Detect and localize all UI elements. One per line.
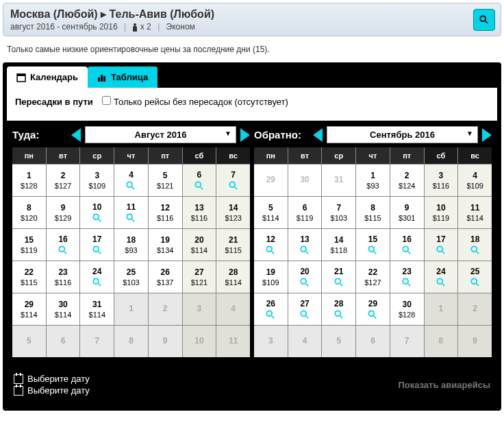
date-cell[interactable]: 12: [254, 229, 288, 261]
date-cell[interactable]: 17: [425, 229, 458, 261]
date-cell[interactable]: 25$103: [114, 261, 148, 293]
day-number: 1: [27, 171, 32, 180]
date-cell[interactable]: 16: [47, 229, 80, 261]
search-icon: [436, 245, 446, 255]
date-cell[interactable]: 23$116: [47, 261, 80, 293]
pick-outbound[interactable]: Выберите дату: [14, 374, 90, 384]
date-cell[interactable]: 3$109: [80, 165, 114, 196]
date-cell[interactable]: 21: [322, 261, 355, 293]
date-cell[interactable]: 24: [80, 261, 114, 293]
date-cell[interactable]: 29: [254, 165, 288, 196]
date-cell[interactable]: 8$120: [12, 197, 46, 228]
date-cell[interactable]: 30: [288, 165, 322, 196]
date-cell[interactable]: 24: [425, 261, 458, 293]
pick-return[interactable]: Выберите дату: [14, 385, 90, 396]
direct-only-checkbox[interactable]: [102, 96, 111, 105]
date-cell[interactable]: 5$114: [254, 197, 288, 228]
price: $116: [433, 182, 449, 190]
date-cell[interactable]: 22$115: [12, 261, 46, 293]
outbound-month-select[interactable]: Август 2016: [85, 126, 236, 143]
search-icon: [334, 278, 344, 287]
date-cell[interactable]: 3$116: [425, 165, 458, 196]
date-cell: 5: [12, 326, 46, 357]
date-cell[interactable]: 23: [390, 261, 424, 293]
date-cell[interactable]: 30$114: [47, 293, 80, 325]
day-number: 12: [161, 203, 170, 213]
date-cell[interactable]: 25: [458, 261, 492, 293]
date-cell[interactable]: 18$93: [114, 229, 148, 261]
selected-dates: Выберите дату Выберите дату: [14, 372, 90, 397]
date-cell[interactable]: 1$93: [356, 165, 390, 196]
date-cell[interactable]: 8$115: [356, 197, 390, 228]
date-cell[interactable]: 27$121: [183, 261, 216, 293]
date-cell[interactable]: 28: [322, 293, 355, 325]
day-number: 3: [268, 336, 273, 346]
prev-month-outbound[interactable]: [71, 128, 81, 142]
date-cell[interactable]: 21$115: [216, 229, 250, 261]
day-number: 20: [300, 267, 309, 276]
date-cell[interactable]: 13$116: [183, 197, 216, 228]
day-header: пн: [12, 147, 46, 164]
return-label: Обратно:: [254, 129, 309, 141]
pick-return-label: Выберите дату: [27, 385, 90, 396]
date-cell[interactable]: 10$119: [425, 197, 458, 228]
date-cell[interactable]: 9$129: [47, 197, 80, 228]
date-cell[interactable]: 20$114: [183, 229, 216, 261]
next-month-return[interactable]: [482, 128, 492, 142]
tab-table[interactable]: Таблица: [88, 67, 158, 88]
date-cell[interactable]: 1$128: [12, 165, 46, 196]
date-cell[interactable]: 31: [322, 165, 355, 196]
date-cell[interactable]: 19$134: [149, 229, 182, 261]
svg-point-29: [403, 246, 409, 252]
search-button[interactable]: [473, 9, 495, 31]
date-cell[interactable]: 30$128: [390, 293, 424, 325]
date-cell[interactable]: 4: [114, 165, 148, 196]
search-icon: [402, 278, 412, 287]
date-cell[interactable]: 16: [390, 229, 424, 261]
date-cell[interactable]: 14$123: [216, 197, 250, 228]
date-cell[interactable]: 19$109: [254, 261, 288, 293]
tab-calendar[interactable]: Календарь: [7, 67, 88, 88]
date-cell[interactable]: 2$127: [47, 165, 80, 196]
date-cell[interactable]: 14$118: [322, 229, 355, 261]
date-cell[interactable]: 2$124: [390, 165, 424, 196]
price: $114: [21, 311, 37, 319]
day-header: пт: [390, 147, 424, 164]
date-cell[interactable]: 29: [356, 293, 390, 325]
date-cell[interactable]: 22$127: [356, 261, 390, 293]
day-number: 25: [470, 267, 479, 276]
date-cell[interactable]: 11$114: [458, 197, 492, 228]
date-cell[interactable]: 31$114: [80, 293, 114, 325]
date-cell[interactable]: 26$137: [149, 261, 182, 293]
date-cell[interactable]: 10: [80, 197, 114, 228]
date-cell[interactable]: 15: [356, 229, 390, 261]
date-cell[interactable]: 7: [216, 165, 250, 196]
date-cell[interactable]: 6: [183, 165, 216, 196]
day-header: пн: [254, 147, 288, 164]
prev-month-return[interactable]: [313, 128, 323, 142]
date-cell[interactable]: 27: [288, 293, 322, 325]
date-cell[interactable]: 6$119: [288, 197, 322, 228]
day-number: 7: [231, 170, 236, 180]
return-month-select[interactable]: Сентябрь 2016: [327, 126, 478, 143]
date-cell[interactable]: 15$119: [12, 229, 46, 261]
date-cell[interactable]: 29$114: [12, 293, 46, 325]
date-cell[interactable]: 20: [288, 261, 322, 293]
date-cell[interactable]: 13: [288, 229, 322, 261]
date-cell[interactable]: 9$301: [390, 197, 424, 228]
date-cell[interactable]: 5$121: [149, 165, 182, 196]
show-flights-button[interactable]: Показать авиарейсы: [398, 380, 490, 390]
date-cell[interactable]: 28$114: [216, 261, 250, 293]
date-cell[interactable]: 17: [80, 229, 114, 261]
date-cell[interactable]: 11: [114, 197, 148, 228]
date-cell[interactable]: 26: [254, 293, 288, 325]
next-month-outbound[interactable]: [240, 128, 250, 142]
date-cell[interactable]: 12$116: [149, 197, 182, 228]
price: $116: [55, 278, 71, 287]
date-cell[interactable]: 18: [458, 229, 492, 261]
date-cell[interactable]: 7$103: [322, 197, 355, 228]
svg-point-37: [335, 278, 340, 284]
date-cell[interactable]: 4$109: [458, 165, 492, 196]
day-number: 5: [268, 203, 273, 213]
price: $114: [89, 311, 105, 319]
